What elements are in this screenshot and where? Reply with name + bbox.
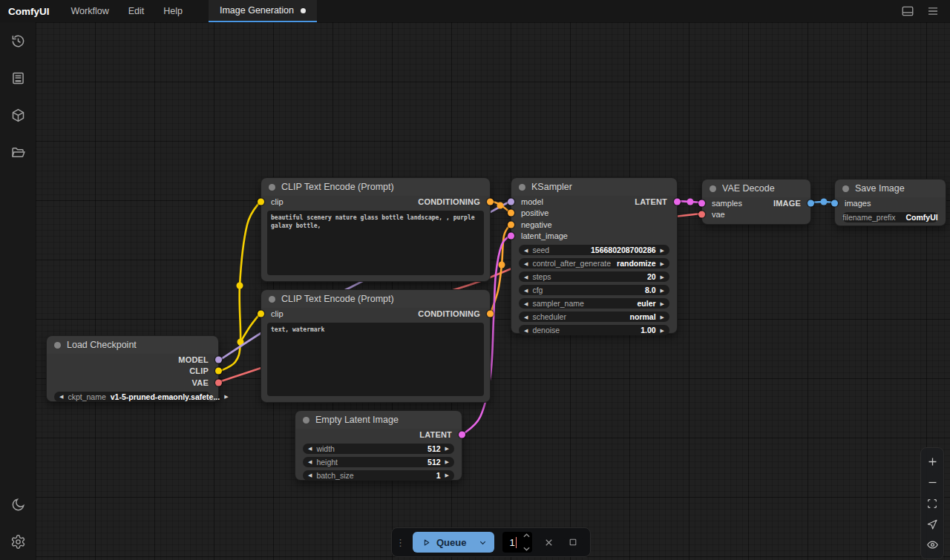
node-collapse-dot[interactable] <box>710 185 716 192</box>
input-port-negative[interactable] <box>508 221 514 228</box>
output-port-IMAGE[interactable] <box>808 200 814 206</box>
widget-arrow-right-icon[interactable]: ▶ <box>661 288 664 293</box>
output-port-CLIP[interactable] <box>215 368 222 375</box>
node-collapse-dot[interactable] <box>54 342 61 349</box>
widget-denoise[interactable]: ◀denoise1.00▶ <box>519 325 669 335</box>
batch-count-input[interactable]: 1 <box>502 532 532 553</box>
widget-control_after_generate[interactable]: ◀control_after_generaterandomize▶ <box>519 258 669 269</box>
tab-image-generation[interactable]: Image Generation <box>209 0 317 22</box>
workflows-folder-icon[interactable] <box>0 134 36 171</box>
widget-label: filename_prefix <box>842 213 895 222</box>
output-port-CONDITIONING[interactable] <box>487 198 494 205</box>
widget-arrow-left-icon[interactable]: ◀ <box>308 446 312 451</box>
widget-scheduler[interactable]: ◀schedulernormal▶ <box>519 312 669 322</box>
stop-square-icon[interactable] <box>565 534 581 550</box>
node-title-label: Load Checkpoint <box>67 340 137 350</box>
widget-arrow-right-icon[interactable]: ▶ <box>661 301 664 306</box>
widget-arrow-right-icon[interactable]: ▶ <box>661 328 664 333</box>
node-vae-decode[interactable]: VAE DecodesamplesIMAGEvae <box>701 179 811 225</box>
menu-edit[interactable]: Edit <box>119 0 154 22</box>
widget-arrow-right-icon[interactable]: ▶ <box>445 472 449 478</box>
widget-cfg[interactable]: ◀cfg8.0▶ <box>519 285 669 295</box>
zoom-out-icon[interactable] <box>922 472 943 493</box>
widget-sampler_name[interactable]: ◀sampler_nameeuler▶ <box>519 298 669 309</box>
widget-arrow-right-icon[interactable]: ▶ <box>445 459 449 464</box>
node-save-image[interactable]: Save Imageimagesfilename_prefixComfyUI <box>834 179 946 226</box>
pointer-navigate-icon[interactable] <box>922 514 943 534</box>
spinner-up-icon[interactable] <box>523 533 530 538</box>
widget-arrow-left-icon[interactable]: ◀ <box>59 394 63 399</box>
node-library-icon[interactable] <box>0 59 36 96</box>
widget-arrow-left-icon[interactable]: ◀ <box>308 472 312 478</box>
theme-toggle-moon-icon[interactable] <box>0 486 36 523</box>
input-port-model[interactable] <box>508 198 514 205</box>
widget-ckpt_name[interactable]: ◀ckpt_namev1-5-pruned-emaonly.safete...▶ <box>54 392 211 402</box>
input-port-vae[interactable] <box>698 211 705 218</box>
widget-arrow-left-icon[interactable]: ◀ <box>524 301 528 306</box>
model-library-icon[interactable] <box>0 96 36 134</box>
node-clip-text-encode-positive[interactable]: CLIP Text Encode (Prompt)clipCONDITIONIN… <box>261 177 491 282</box>
widget-arrow-right-icon[interactable]: ▶ <box>224 394 228 399</box>
widget-batch_size[interactable]: ◀batch_size1▶ <box>303 470 454 481</box>
queue-button[interactable]: Queue <box>413 532 474 553</box>
widget-arrow-left-icon[interactable]: ◀ <box>524 314 528 320</box>
menu-icon[interactable] <box>923 1 943 21</box>
widget-filename_prefix[interactable]: filename_prefixComfyUI <box>842 212 938 223</box>
widget-arrow-left-icon[interactable]: ◀ <box>524 274 528 280</box>
output-port-VAE[interactable] <box>215 379 222 386</box>
spinner-down-icon[interactable] <box>523 547 530 551</box>
output-port-MODEL[interactable] <box>215 356 222 363</box>
widget-arrow-right-icon[interactable]: ▶ <box>661 274 664 280</box>
node-title-label: Save Image <box>855 183 905 194</box>
port-row: MODEL <box>47 354 218 366</box>
menu-workflow[interactable]: Workflow <box>62 0 119 22</box>
widget-seed[interactable]: ◀seed156680208700286▶ <box>519 245 669 255</box>
input-port-positive[interactable] <box>508 210 514 217</box>
widget-arrow-right-icon[interactable]: ▶ <box>661 248 664 253</box>
toggle-link-visibility-eye-icon[interactable] <box>922 535 943 555</box>
node-load-checkpoint[interactable]: Load CheckpointMODELCLIPVAE◀ckpt_namev1-… <box>46 335 219 402</box>
widget-steps[interactable]: ◀steps20▶ <box>519 271 669 282</box>
output-port-CONDITIONING[interactable] <box>487 310 494 317</box>
node-collapse-dot[interactable] <box>269 296 275 303</box>
prompt-textarea[interactable]: text, watermark <box>267 323 484 397</box>
output-port-LATENT[interactable] <box>459 431 465 438</box>
output-port-LATENT[interactable] <box>674 198 681 205</box>
input-port-latent_image[interactable] <box>508 233 514 240</box>
input-port-images[interactable] <box>831 200 838 206</box>
prompt-textarea[interactable]: beautiful scenery nature glass bottle la… <box>267 211 484 276</box>
widget-arrow-left-icon[interactable]: ◀ <box>524 248 528 253</box>
widget-arrow-right-icon[interactable]: ▶ <box>445 446 449 451</box>
bottom-panel-icon[interactable] <box>898 1 917 21</box>
menu-help[interactable]: Help <box>154 0 192 22</box>
settings-gear-icon[interactable] <box>0 523 36 560</box>
queue-options-caret[interactable] <box>474 532 494 553</box>
queue-split-button[interactable]: Queue <box>413 532 494 553</box>
node-empty-latent-image[interactable]: Empty Latent ImageLATENT◀width512▶◀heigh… <box>295 410 462 481</box>
drag-handle-icon[interactable]: ⋮ <box>396 538 404 547</box>
widget-height[interactable]: ◀height512▶ <box>303 457 454 467</box>
workflow-history-icon[interactable] <box>0 22 36 59</box>
batch-count-spinners[interactable] <box>523 533 530 551</box>
chevron-down-icon <box>478 538 488 547</box>
clear-queue-x-icon[interactable] <box>540 534 557 550</box>
widget-arrow-left-icon[interactable]: ◀ <box>308 459 312 464</box>
node-collapse-dot[interactable] <box>303 417 309 424</box>
node-title: Load Checkpoint <box>47 336 218 354</box>
node-collapse-dot[interactable] <box>519 184 525 191</box>
fit-view-icon[interactable] <box>922 493 943 513</box>
zoom-in-icon[interactable] <box>922 452 943 472</box>
widget-arrow-right-icon[interactable]: ▶ <box>661 314 664 320</box>
widget-width[interactable]: ◀width512▶ <box>303 444 454 454</box>
node-collapse-dot[interactable] <box>269 184 275 191</box>
widget-arrow-left-icon[interactable]: ◀ <box>524 328 528 333</box>
widget-arrow-left-icon[interactable]: ◀ <box>524 288 528 293</box>
node-ksampler[interactable]: KSamplermodelLATENTpositivenegativelaten… <box>511 177 678 334</box>
widget-arrow-right-icon[interactable]: ▶ <box>661 261 664 266</box>
input-port-clip[interactable] <box>258 310 264 317</box>
node-collapse-dot[interactable] <box>842 185 849 192</box>
widget-arrow-left-icon[interactable]: ◀ <box>524 261 528 266</box>
input-port-clip[interactable] <box>258 198 264 205</box>
input-port-samples[interactable] <box>698 200 705 206</box>
node-clip-text-encode-negative[interactable]: CLIP Text Encode (Prompt)clipCONDITIONIN… <box>261 289 491 403</box>
